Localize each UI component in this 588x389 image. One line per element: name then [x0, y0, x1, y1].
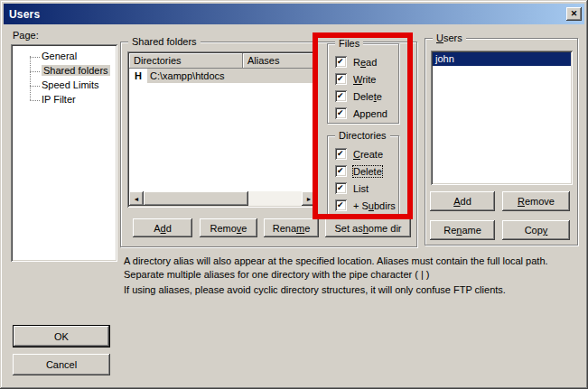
page-item-label: Shared folders	[42, 65, 110, 76]
rename-user-button[interactable]: Rename	[430, 220, 495, 240]
directories-listview: Directories Aliases H C:\xampp\htdocs ◄ …	[127, 51, 318, 208]
cancel-button[interactable]: Cancel	[13, 354, 110, 375]
create-checkbox-label: Create	[353, 149, 383, 160]
close-icon: ✕	[571, 10, 578, 18]
rename-directory-button[interactable]: Rename	[264, 218, 319, 237]
home-dir-marker: H	[129, 69, 147, 83]
files-permissions-group: Files Read Write Delete Append	[327, 43, 399, 124]
ok-button[interactable]: OK	[13, 325, 110, 347]
append-checkbox[interactable]	[335, 107, 347, 119]
directory-path: C:\xampp\htdocs	[147, 69, 316, 83]
directories-group-label: Directories	[335, 129, 390, 142]
directories-permissions-group: Directories Create Delete List + Subdirs	[327, 135, 399, 215]
files-group-label: Files	[335, 37, 363, 50]
write-checkbox-label: Write	[353, 74, 376, 85]
read-checkbox[interactable]	[335, 56, 347, 68]
append-checkbox-label: Append	[353, 108, 387, 119]
append-checkbox-row[interactable]: Append	[328, 105, 398, 122]
page-item-general[interactable]: General	[11, 50, 117, 64]
scrollbar-track[interactable]	[248, 191, 302, 206]
list-checkbox[interactable]	[335, 182, 347, 194]
cyclic-help-text: If using aliases, please avoid cyclic di…	[124, 283, 580, 297]
delete-dirs-checkbox-label: Delete	[353, 166, 382, 177]
page-list: General Shared folders Speed Limits IP F…	[11, 44, 117, 262]
subdirs-checkbox-label: + Subdirs	[353, 200, 396, 211]
page-item-speed-limits[interactable]: Speed Limits	[11, 79, 117, 93]
read-checkbox-label: Read	[353, 57, 377, 68]
scrollbar-thumb[interactable]	[144, 191, 248, 206]
read-checkbox-row[interactable]: Read	[328, 53, 398, 70]
page-label: Page:	[13, 30, 39, 41]
users-list: john	[431, 51, 573, 185]
delete-files-checkbox[interactable]	[335, 90, 347, 102]
write-checkbox[interactable]	[335, 73, 347, 85]
list-checkbox-label: List	[353, 183, 369, 194]
page-item-label: General	[42, 51, 77, 61]
delete-files-checkbox-label: Delete	[353, 91, 382, 102]
page-item-label: Speed Limits	[42, 79, 99, 90]
copy-user-button[interactable]: Copy	[502, 220, 570, 240]
add-directory-button[interactable]: Add	[133, 218, 192, 237]
subdirs-checkbox[interactable]	[335, 199, 347, 211]
delete-dirs-checkbox-row[interactable]: Delete	[328, 162, 398, 180]
subdirs-checkbox-row[interactable]: + Subdirs	[328, 197, 398, 214]
delete-files-checkbox-row[interactable]: Delete	[328, 88, 398, 105]
scroll-right-button[interactable]: ►	[302, 191, 316, 206]
directory-row[interactable]: H C:\xampp\htdocs	[129, 69, 316, 83]
column-header-aliases[interactable]: Aliases	[243, 53, 316, 69]
page-item-label: IP Filter	[42, 94, 76, 105]
remove-user-button[interactable]: Remove	[502, 191, 570, 211]
window-title: Users	[9, 8, 40, 21]
write-checkbox-row[interactable]: Write	[328, 70, 398, 88]
users-dialog: Users ✕ Page: General Shared folders Spe…	[0, 0, 588, 389]
create-checkbox[interactable]	[335, 148, 347, 160]
close-button[interactable]: ✕	[566, 7, 582, 21]
page-item-ip-filter[interactable]: IP Filter	[11, 93, 117, 107]
create-checkbox-row[interactable]: Create	[328, 145, 398, 162]
scroll-left-icon: ◄	[134, 196, 140, 202]
page-item-shared-folders[interactable]: Shared folders	[11, 64, 117, 79]
horizontal-scrollbar[interactable]: ◄ ►	[129, 191, 316, 206]
shared-folders-group-label: Shared folders	[128, 35, 201, 48]
alias-help-text: A directory alias will also appear at th…	[124, 255, 580, 282]
scroll-left-button[interactable]: ◄	[129, 191, 144, 206]
scroll-right-icon: ►	[306, 196, 313, 202]
set-as-home-dir-button[interactable]: Set as home dir	[325, 218, 411, 237]
list-checkbox-row[interactable]: List	[328, 180, 398, 197]
listview-header: Directories Aliases	[129, 53, 316, 69]
column-header-directories[interactable]: Directories	[129, 53, 243, 69]
users-group-label: Users	[433, 32, 466, 44]
remove-directory-button[interactable]: Remove	[200, 218, 257, 237]
user-list-item[interactable]: john	[433, 52, 571, 66]
add-user-button[interactable]: Add	[430, 191, 495, 211]
title-bar: Users ✕	[4, 4, 584, 24]
delete-dirs-checkbox[interactable]	[335, 165, 347, 177]
